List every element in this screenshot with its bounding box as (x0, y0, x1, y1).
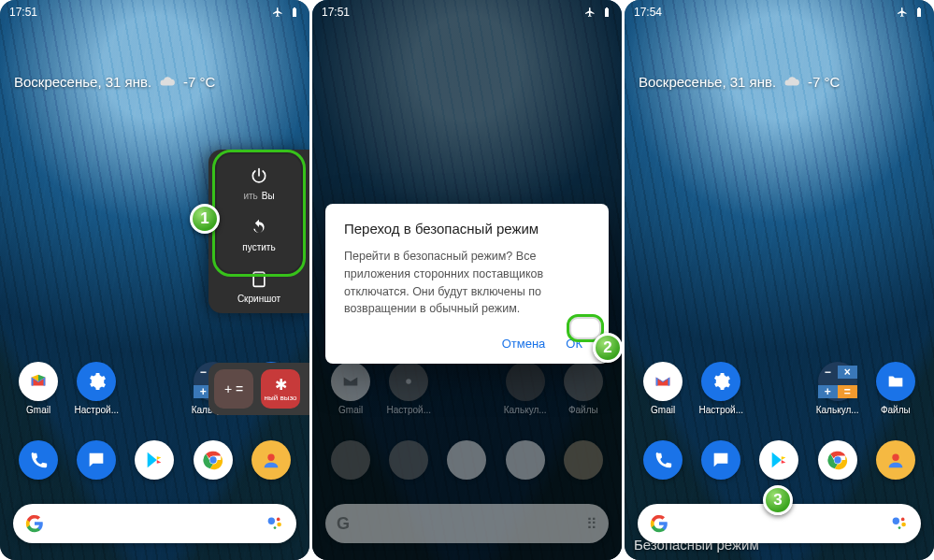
gmail-icon (28, 371, 49, 392)
app-gmail: Gmail (323, 362, 378, 415)
assistant-icon (889, 513, 910, 534)
airplane-icon (584, 7, 596, 18)
date-text: Воскресенье, 31 янв. (14, 74, 151, 90)
dock-messages[interactable] (69, 440, 123, 480)
dialog-body: Перейти в безопасный режим? Все приложен… (344, 248, 590, 318)
weather-cloud-icon (783, 73, 800, 90)
app-gmail[interactable]: Gmail (11, 362, 65, 415)
date-weather-widget[interactable]: Воскресенье, 31 янв. -7 °C (639, 73, 840, 90)
message-icon (86, 450, 107, 470)
app-settings[interactable]: Настрой... (69, 362, 123, 415)
battery-icon (913, 7, 925, 18)
status-time: 17:51 (9, 6, 37, 19)
gear-icon (86, 371, 107, 392)
screen-2-safe-mode-dialog: 17:51 Gmail Настрой... Калькул... Файлы … (312, 0, 622, 560)
play-store-icon (144, 450, 165, 470)
status-time: 17:54 (634, 6, 662, 19)
app-settings[interactable]: Настрой... (694, 362, 748, 415)
home-app-row: Gmail Настрой... −×+=Калькул... Файлы (625, 362, 934, 415)
temp-text: -7 °C (183, 74, 215, 90)
dock-camera[interactable] (244, 440, 298, 480)
dock (312, 440, 622, 480)
svg-point-16 (898, 526, 901, 529)
svg-point-3 (267, 454, 274, 461)
app-label: Gmail (26, 405, 50, 415)
google-search-bar[interactable] (13, 504, 296, 543)
svg-point-4 (268, 518, 275, 524)
dialog-title: Переход в безопасный режим (344, 221, 590, 237)
safe-mode-dialog: Переход в безопасный режим Перейти в без… (325, 204, 609, 364)
status-bar: 17:51 (0, 3, 309, 22)
google-g-icon (24, 513, 45, 534)
user-icon (261, 450, 281, 470)
dock-phone[interactable] (636, 440, 690, 480)
svg-point-5 (277, 518, 280, 522)
dock-phone[interactable] (11, 440, 65, 480)
dock-messages[interactable] (694, 440, 748, 480)
svg-point-11 (834, 456, 841, 463)
google-search-bar: G⠿ (325, 504, 609, 543)
dialog-cancel-button[interactable]: Отмена (495, 331, 553, 356)
status-bar: 17:51 (312, 3, 622, 22)
callout-badge-3: 3 (763, 485, 793, 515)
chrome-icon (203, 450, 223, 470)
callout-badge-1: 1 (190, 204, 220, 234)
assistant-icon (265, 513, 285, 534)
weather-cloud-icon (159, 73, 176, 90)
calculator-shortcut[interactable]: + = (214, 369, 253, 409)
app-files[interactable]: Файлы (869, 362, 923, 415)
screen-1-power-menu: 17:51 Воскресенье, 31 янв. -7 °C Gmail Н… (0, 0, 309, 560)
battery-icon (289, 7, 300, 18)
svg-point-15 (901, 523, 906, 527)
app-calculator: Калькул... (498, 362, 553, 415)
battery-icon (601, 7, 612, 18)
status-time: 17:51 (322, 6, 350, 19)
quick-panel: + = ✱ ный вызо (208, 363, 309, 415)
svg-point-13 (893, 518, 899, 524)
svg-point-6 (277, 523, 281, 527)
emergency-call[interactable]: ✱ ный вызо (261, 369, 300, 409)
svg-point-14 (901, 518, 905, 522)
app-files: Файлы (556, 362, 611, 415)
airplane-icon (897, 7, 908, 18)
google-g-icon (649, 513, 669, 534)
app-gmail[interactable]: Gmail (636, 362, 690, 415)
phone-icon (28, 450, 49, 470)
dock-chrome[interactable] (811, 440, 865, 480)
screen-3-safe-mode-active: 17:54 Воскресенье, 31 янв. -7 °C Gmail Н… (625, 0, 934, 560)
svg-point-9 (407, 379, 412, 384)
dock-play[interactable] (752, 440, 806, 480)
status-bar: 17:54 (625, 3, 934, 22)
dock-chrome[interactable] (186, 440, 240, 480)
dock (0, 440, 309, 480)
home-app-row: Gmail Настрой... Калькул... Файлы (312, 362, 622, 415)
date-weather-widget[interactable]: Воскресенье, 31 янв. -7 °C (14, 73, 215, 90)
app-settings: Настрой... (381, 362, 436, 415)
svg-point-7 (274, 526, 277, 529)
app-calculator[interactable]: −×+=Калькул... (811, 362, 865, 415)
dock-play[interactable] (127, 440, 181, 480)
callout-badge-2: 2 (593, 333, 622, 363)
dock-camera[interactable] (869, 440, 923, 480)
svg-point-12 (892, 454, 898, 461)
screenshot-label: Скриншот (237, 294, 280, 304)
app-label: Настрой... (75, 405, 119, 415)
airplane-icon (272, 7, 283, 18)
highlight-power-options (212, 150, 306, 277)
dock (625, 440, 934, 480)
